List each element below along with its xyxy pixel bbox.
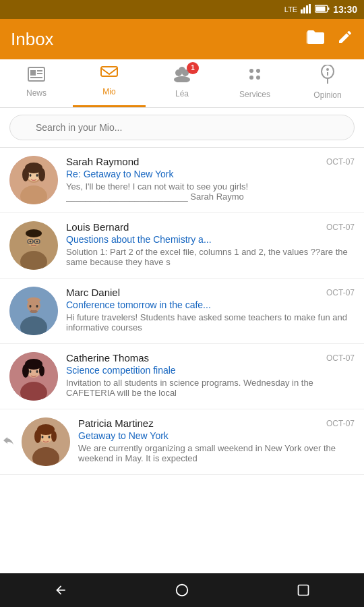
message-content: Marc Daniel OCT-07 Conference tomorrow i…	[66, 287, 355, 333]
message-header: Catherine Thomas OCT-07	[66, 352, 355, 364]
message-preview: Hi future travelers! Students have asked…	[66, 312, 355, 333]
svg-point-16	[174, 76, 190, 82]
page-title: Inbox	[11, 29, 54, 50]
svg-rect-0	[301, 9, 303, 13]
status-icons: LTE 13:30	[284, 4, 357, 15]
search-bar	[0, 108, 364, 148]
list-item[interactable]: Louis Bernard OCT-07 Questions about the…	[0, 213, 364, 279]
message-subject: Conference tomorrow in the cafe...	[66, 299, 355, 310]
sender-name: Marc Daniel	[66, 287, 120, 298]
message-content: Catherine Thomas OCT-07 Science competit…	[66, 352, 355, 398]
folder-icon[interactable]	[306, 29, 325, 49]
svg-point-56	[30, 370, 32, 373]
sender-name: Catherine Thomas	[66, 352, 149, 364]
sender-name: Louis Bernard	[66, 221, 129, 233]
message-subject: Science competition finale	[66, 365, 355, 376]
avatar	[9, 352, 58, 401]
back-button[interactable]	[40, 577, 81, 604]
svg-rect-11	[30, 77, 42, 78]
list-item[interactable]: Patricia Martinez OCT-07 Getaway to New …	[0, 409, 364, 475]
svg-point-65	[49, 436, 51, 438]
message-subject: Re: Getaway to New York	[66, 169, 355, 179]
svg-point-41	[30, 241, 32, 243]
tab-lea-label: Léa	[175, 89, 189, 98]
svg-point-23	[326, 68, 329, 71]
avatar	[9, 287, 58, 335]
svg-rect-6	[328, 7, 330, 10]
avatar	[9, 221, 58, 270]
list-item[interactable]: Sarah Raymond OCT-07 Re: Getaway to New …	[0, 148, 364, 213]
svg-point-21	[322, 65, 334, 78]
message-preview: Yes, I'll be there! I can not wait to se…	[66, 181, 355, 202]
recent-apps-button[interactable]	[283, 577, 324, 604]
message-preview: Invitation to all students in science pr…	[66, 378, 355, 398]
search-input[interactable]	[9, 115, 355, 140]
svg-rect-3	[309, 4, 311, 13]
mio-icon	[100, 65, 119, 84]
svg-rect-1	[303, 7, 305, 13]
list-item[interactable]: Marc Daniel OCT-07 Conference tomorrow i…	[0, 279, 364, 344]
svg-point-62	[34, 430, 41, 443]
lea-badge: 1	[187, 62, 199, 74]
signal-icon	[301, 4, 311, 15]
search-wrapper	[9, 115, 355, 140]
tab-opinion[interactable]: Opinion	[291, 59, 364, 107]
tab-mio[interactable]: Mio	[73, 59, 146, 107]
message-header: Sarah Raymond OCT-07	[66, 156, 355, 167]
opinion-icon	[320, 65, 336, 88]
svg-point-30	[22, 168, 29, 181]
message-header: Marc Daniel OCT-07	[66, 287, 355, 298]
svg-point-49	[30, 310, 38, 313]
services-icon	[246, 65, 264, 87]
message-date: OCT-07	[326, 288, 355, 297]
time-display: 13:30	[333, 4, 357, 15]
tab-services[interactable]: Services	[218, 59, 291, 107]
message-header: Louis Bernard OCT-07	[66, 221, 355, 233]
svg-point-20	[256, 76, 260, 80]
svg-point-37	[26, 229, 42, 237]
sender-name: Sarah Raymond	[66, 156, 139, 167]
svg-point-17	[249, 69, 253, 73]
tab-opinion-label: Opinion	[313, 90, 341, 100]
svg-rect-9	[37, 70, 42, 71]
message-date: OCT-07	[326, 223, 355, 232]
header-actions	[306, 29, 353, 49]
svg-rect-10	[37, 73, 42, 74]
svg-point-46	[27, 297, 40, 303]
message-content: Sarah Raymond OCT-07 Re: Getaway to New …	[66, 156, 355, 202]
svg-rect-2	[306, 5, 308, 13]
svg-point-48	[36, 305, 38, 308]
svg-point-54	[22, 364, 29, 378]
tab-services-label: Services	[239, 90, 270, 99]
tab-news-label: News	[26, 88, 47, 98]
home-button[interactable]	[162, 577, 202, 604]
svg-point-64	[42, 436, 44, 438]
message-header: Patricia Martinez OCT-07	[78, 417, 355, 429]
lea-icon: 1	[172, 66, 192, 86]
tab-mio-label: Mio	[102, 87, 115, 96]
svg-point-15	[179, 67, 185, 74]
svg-point-47	[30, 305, 32, 308]
svg-rect-67	[299, 585, 309, 596]
message-date: OCT-07	[326, 419, 355, 428]
tab-news[interactable]: News	[0, 59, 73, 107]
bottom-nav	[0, 573, 364, 607]
news-icon	[28, 67, 45, 86]
message-preview: Solution 1: Part 2 of the excel file, co…	[66, 247, 355, 267]
svg-point-63	[51, 431, 57, 442]
edit-icon[interactable]	[337, 29, 353, 49]
app-header: Inbox	[0, 19, 364, 59]
message-date: OCT-07	[326, 157, 355, 167]
list-item[interactable]: Catherine Thomas OCT-07 Science competit…	[0, 344, 364, 409]
svg-point-31	[38, 168, 45, 181]
svg-point-33	[36, 174, 38, 177]
message-list: Sarah Raymond OCT-07 Re: Getaway to New …	[0, 148, 364, 574]
svg-point-66	[177, 585, 188, 596]
tab-lea[interactable]: 1 Léa	[146, 59, 218, 107]
battery-icon	[315, 5, 330, 14]
message-content: Patricia Martinez OCT-07 Getaway to New …	[78, 417, 355, 463]
svg-point-55	[39, 366, 44, 376]
svg-point-18	[256, 69, 260, 73]
avatar	[22, 417, 70, 466]
svg-rect-5	[316, 7, 326, 11]
